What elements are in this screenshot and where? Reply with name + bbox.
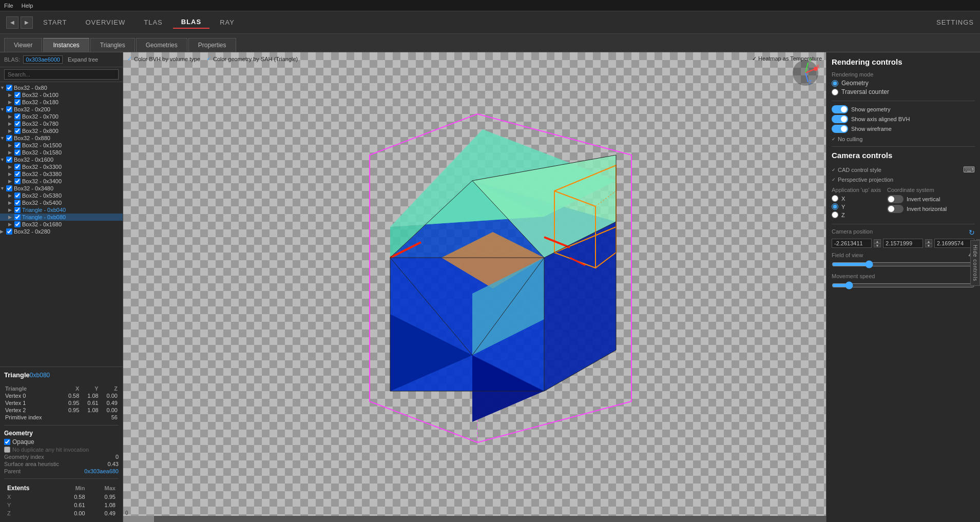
viewport-scrollbar[interactable]: [123, 516, 826, 522]
tree-item[interactable]: ▶ Box32 - 0x780: [0, 120, 123, 127]
tree-item[interactable]: ▼ Box32 - 0x880: [0, 134, 123, 142]
menu-help[interactable]: Help: [22, 3, 33, 9]
tree-checkbox[interactable]: [6, 106, 12, 112]
nav-tab-ray[interactable]: RAY: [212, 16, 243, 28]
mode-traversal-radio[interactable]: [832, 89, 838, 95]
tree-checkbox[interactable]: [14, 128, 21, 134]
tab-triangles[interactable]: Triangles: [90, 38, 135, 52]
nav-tab-tlas[interactable]: TLAS: [136, 16, 171, 28]
speed-slider[interactable]: [832, 281, 975, 289]
mode-geometry-radio[interactable]: [832, 80, 838, 87]
tree-item[interactable]: ▶ Box32 - 0x800: [0, 127, 123, 134]
tree-checkbox[interactable]: [6, 85, 12, 91]
tree-item[interactable]: ▶ Box32 - 0x280: [0, 228, 123, 235]
tree-item-label: Box32 - 0x5400: [22, 200, 62, 206]
settings-button[interactable]: SETTINGS: [936, 18, 974, 26]
tree-item[interactable]: ▶ Triangle - 0xb080: [0, 214, 123, 221]
tree-item[interactable]: ▶ Triangle - 0xb040: [0, 206, 123, 214]
tree-item[interactable]: ▶ Box32 - 0x1500: [0, 142, 123, 149]
show-geometry-toggle[interactable]: [832, 105, 848, 113]
cam-x-up[interactable]: ▲: [874, 239, 881, 243]
fov-slider-container: [832, 260, 975, 270]
invert-horizontal-toggle[interactable]: [887, 205, 904, 213]
nav-back[interactable]: ◀: [6, 16, 18, 29]
cam-pos-y-input[interactable]: [883, 239, 923, 248]
tree-checkbox[interactable]: [14, 192, 21, 199]
tab-viewer[interactable]: Viewer: [4, 38, 42, 52]
menu-file[interactable]: File: [4, 3, 13, 9]
cam-y-up[interactable]: ▲: [925, 239, 932, 243]
parent-row: Parent 0x303aea680: [4, 468, 119, 474]
tree-item[interactable]: ▶ Box32 - 0x100: [0, 91, 123, 99]
hide-controls-tab[interactable]: Hide controls: [970, 240, 980, 286]
tree-item[interactable]: ▶ Box32 - 0x5400: [0, 199, 123, 206]
tree-checkbox[interactable]: [14, 121, 21, 127]
axis-y-radio[interactable]: [832, 203, 838, 210]
tree-item-label: Box32 - 0x1500: [22, 142, 62, 148]
color-bvh-control[interactable]: ✓ Color BVH by volume type: [127, 55, 200, 62]
expand-tree-button[interactable]: Expand tree: [68, 56, 98, 63]
tree-checkbox[interactable]: [14, 99, 21, 105]
tree-checkbox[interactable]: [14, 92, 21, 98]
tree-checkbox[interactable]: [14, 149, 21, 156]
cam-pos-x-input[interactable]: [832, 239, 872, 248]
tree-item[interactable]: ▶ Box32 - 0x5380: [0, 192, 123, 199]
nav-tab-start[interactable]: START: [35, 16, 75, 28]
tree-item[interactable]: ▼ Box32 - 0x3480: [0, 185, 123, 192]
tree-item[interactable]: ▶ Box32 - 0x3380: [0, 170, 123, 178]
extents-x-row: X 0.58 0.95: [5, 493, 118, 500]
opaque-checkbox[interactable]: [4, 439, 10, 445]
tab-instances[interactable]: Instances: [43, 38, 89, 52]
refresh-button[interactable]: ↻: [969, 228, 975, 237]
tree-checkbox[interactable]: [6, 228, 12, 235]
tree-checkbox[interactable]: [6, 157, 12, 163]
tree-item[interactable]: ▶ Box32 - 0x1580: [0, 149, 123, 156]
tree-checkbox[interactable]: [14, 200, 21, 206]
scrollbar-thumb[interactable]: [123, 516, 154, 522]
triangle-address: 0xb080: [30, 372, 50, 379]
nav-tab-overview[interactable]: OVERVIEW: [77, 16, 133, 28]
tree-checkbox[interactable]: [14, 178, 21, 184]
tree-checkbox[interactable]: [14, 171, 21, 177]
tree-item[interactable]: ▼ Box32 - 0x200: [0, 106, 123, 113]
color-geom-control[interactable]: ✓ Color geometry by SAH (Triangle): [206, 55, 298, 62]
show-bvh-toggle[interactable]: [832, 115, 848, 123]
tree-checkbox[interactable]: [6, 185, 12, 191]
fov-slider[interactable]: [832, 260, 975, 268]
tree-item[interactable]: ▶ Box32 - 0x3300: [0, 163, 123, 170]
tree-checkbox[interactable]: [14, 164, 21, 170]
cad-style-row[interactable]: ✓ CAD control style ⌨: [832, 165, 975, 175]
tree-checkbox[interactable]: [14, 221, 21, 227]
tree-item[interactable]: ▶ Box32 - 0x3400: [0, 178, 123, 185]
show-wireframe-toggle[interactable]: [832, 125, 848, 133]
tree-item[interactable]: ▶ Box32 - 0x700: [0, 113, 123, 120]
mode-geometry-row: Geometry: [832, 80, 975, 87]
tree-item[interactable]: ▼ Box32 - 0x80: [0, 84, 123, 91]
cam-pos-z-input[interactable]: [934, 239, 974, 248]
show-geometry-label: Show geometry: [851, 106, 890, 112]
tree-item[interactable]: ▶ Box32 - 0x180: [0, 99, 123, 106]
tree-checkbox[interactable]: [14, 214, 21, 220]
tree-checkbox[interactable]: [14, 207, 21, 213]
nav-forward[interactable]: ▶: [21, 16, 33, 29]
blas-value: 0x303ae6000: [23, 55, 63, 64]
tree-checkbox[interactable]: [14, 113, 21, 120]
invert-vertical-toggle[interactable]: [887, 195, 904, 203]
no-dup-checkbox[interactable]: [4, 447, 10, 453]
perspective-row[interactable]: ✓ Perspective projection: [832, 177, 975, 183]
tab-properties[interactable]: Properties: [188, 38, 236, 52]
tree-checkbox[interactable]: [6, 135, 12, 141]
tree-item[interactable]: ▶ Box32 - 0x1680: [0, 221, 123, 228]
scene-svg: [123, 52, 826, 516]
axis-z-radio[interactable]: [832, 211, 838, 218]
no-culling-row[interactable]: ✓ No culling: [832, 136, 975, 142]
tree-item[interactable]: ▼ Box32 - 0x1600: [0, 156, 123, 163]
nav-tab-blas[interactable]: BLAS: [173, 16, 209, 29]
search-input[interactable]: [4, 69, 119, 80]
axis-x-radio[interactable]: [832, 195, 838, 202]
viewport[interactable]: ✓ Color BVH by volume type ✓ Color geome…: [123, 52, 826, 522]
tab-geometries[interactable]: Geometries: [136, 38, 187, 52]
cam-y-down[interactable]: ▼: [925, 243, 932, 247]
cam-x-down[interactable]: ▼: [874, 243, 881, 247]
tree-checkbox[interactable]: [14, 142, 21, 148]
